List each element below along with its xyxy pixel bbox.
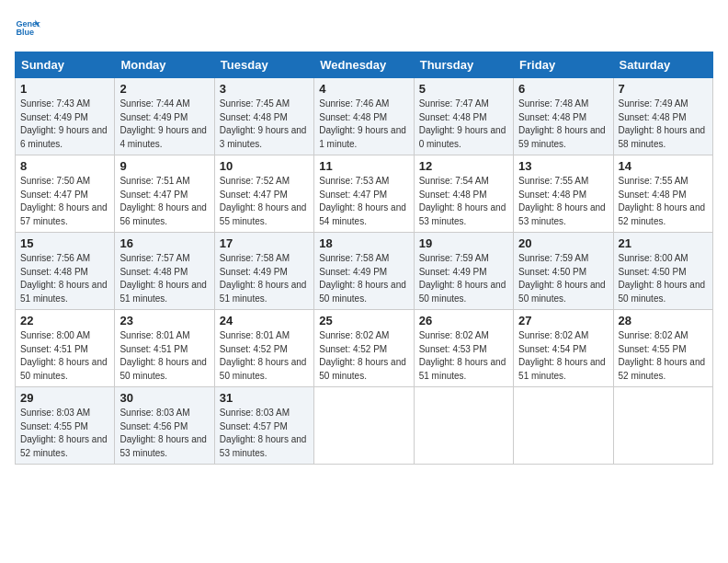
header-sunday: Sunday — [16, 52, 115, 78]
header-tuesday: Tuesday — [214, 52, 313, 78]
day-info: Sunrise: 8:02 AMSunset: 4:53 PMDaylight:… — [419, 330, 506, 381]
day-info: Sunrise: 7:45 AMSunset: 4:48 PMDaylight:… — [220, 98, 307, 149]
calendar-cell: 19 Sunrise: 7:59 AMSunset: 4:49 PMDaylig… — [414, 233, 513, 310]
day-number: 26 — [419, 314, 508, 327]
day-info: Sunrise: 7:58 AMSunset: 4:49 PMDaylight:… — [220, 253, 307, 304]
day-number: 8 — [20, 159, 109, 173]
day-info: Sunrise: 8:02 AMSunset: 4:55 PMDaylight:… — [619, 330, 706, 381]
day-info: Sunrise: 7:44 AMSunset: 4:49 PMDaylight:… — [119, 98, 207, 149]
header-monday: Monday — [115, 52, 214, 78]
day-info: Sunrise: 7:57 AMSunset: 4:48 PMDaylight:… — [119, 253, 207, 304]
calendar-header-row: SundayMondayTuesdayWednesdayThursdayFrid… — [16, 52, 713, 78]
day-number: 14 — [619, 159, 708, 173]
calendar-cell: 5 Sunrise: 7:47 AMSunset: 4:48 PMDayligh… — [414, 78, 513, 155]
calendar-cell — [514, 387, 613, 465]
day-info: Sunrise: 7:53 AMSunset: 4:47 PMDaylight:… — [319, 176, 406, 226]
header-friday: Friday — [514, 52, 613, 78]
day-info: Sunrise: 8:03 AMSunset: 4:55 PMDaylight:… — [20, 408, 108, 458]
calendar-cell: 25 Sunrise: 8:02 AMSunset: 4:52 PMDaylig… — [314, 310, 414, 387]
day-number: 27 — [518, 314, 608, 327]
calendar-cell: 11 Sunrise: 7:53 AMSunset: 4:47 PMDaylig… — [314, 155, 414, 233]
day-info: Sunrise: 7:43 AMSunset: 4:49 PMDaylight:… — [20, 98, 108, 149]
day-number: 11 — [319, 159, 408, 173]
day-number: 4 — [319, 82, 408, 96]
calendar-cell: 30 Sunrise: 8:03 AMSunset: 4:56 PMDaylig… — [115, 387, 214, 465]
day-info: Sunrise: 7:49 AMSunset: 4:48 PMDaylight:… — [619, 98, 706, 149]
calendar-cell: 23 Sunrise: 8:01 AMSunset: 4:51 PMDaylig… — [115, 310, 214, 387]
day-number: 20 — [518, 236, 608, 250]
header-thursday: Thursday — [414, 52, 513, 78]
calendar-cell: 3 Sunrise: 7:45 AMSunset: 4:48 PMDayligh… — [214, 78, 313, 155]
day-number: 28 — [619, 314, 708, 327]
day-number: 22 — [20, 314, 109, 327]
calendar-cell: 6 Sunrise: 7:48 AMSunset: 4:48 PMDayligh… — [514, 78, 613, 155]
calendar-cell: 22 Sunrise: 8:00 AMSunset: 4:51 PMDaylig… — [16, 310, 115, 387]
calendar-week-row: 29 Sunrise: 8:03 AMSunset: 4:55 PMDaylig… — [16, 387, 713, 465]
day-info: Sunrise: 8:01 AMSunset: 4:52 PMDaylight:… — [220, 330, 307, 381]
day-info: Sunrise: 7:54 AMSunset: 4:48 PMDaylight:… — [419, 176, 506, 226]
day-number: 5 — [419, 82, 508, 96]
calendar-cell: 12 Sunrise: 7:54 AMSunset: 4:48 PMDaylig… — [414, 155, 513, 233]
day-info: Sunrise: 7:55 AMSunset: 4:48 PMDaylight:… — [619, 176, 706, 226]
calendar-cell: 29 Sunrise: 8:03 AMSunset: 4:55 PMDaylig… — [16, 387, 115, 465]
day-number: 12 — [419, 159, 508, 173]
calendar-cell: 26 Sunrise: 8:02 AMSunset: 4:53 PMDaylig… — [414, 310, 513, 387]
calendar-cell: 21 Sunrise: 8:00 AMSunset: 4:50 PMDaylig… — [613, 233, 712, 310]
day-number: 2 — [119, 82, 209, 96]
calendar-cell: 20 Sunrise: 7:59 AMSunset: 4:50 PMDaylig… — [514, 233, 613, 310]
calendar-cell: 9 Sunrise: 7:51 AMSunset: 4:47 PMDayligh… — [115, 155, 214, 233]
calendar-week-row: 22 Sunrise: 8:00 AMSunset: 4:51 PMDaylig… — [16, 310, 713, 387]
calendar-cell: 8 Sunrise: 7:50 AMSunset: 4:47 PMDayligh… — [16, 155, 115, 233]
calendar-week-row: 1 Sunrise: 7:43 AMSunset: 4:49 PMDayligh… — [16, 78, 713, 155]
calendar-cell: 2 Sunrise: 7:44 AMSunset: 4:49 PMDayligh… — [115, 78, 214, 155]
header-saturday: Saturday — [613, 52, 712, 78]
calendar-week-row: 15 Sunrise: 7:56 AMSunset: 4:48 PMDaylig… — [16, 233, 713, 310]
calendar-cell — [314, 387, 414, 465]
day-number: 24 — [220, 314, 309, 327]
day-number: 13 — [518, 159, 608, 173]
day-number: 31 — [220, 391, 309, 405]
calendar-cell: 24 Sunrise: 8:01 AMSunset: 4:52 PMDaylig… — [214, 310, 313, 387]
header-wednesday: Wednesday — [314, 52, 414, 78]
day-info: Sunrise: 7:58 AMSunset: 4:49 PMDaylight:… — [319, 253, 406, 304]
day-number: 16 — [119, 236, 209, 250]
calendar-cell: 31 Sunrise: 8:03 AMSunset: 4:57 PMDaylig… — [214, 387, 313, 465]
day-number: 18 — [319, 236, 408, 250]
logo: General Blue — [15, 15, 44, 40]
day-info: Sunrise: 8:01 AMSunset: 4:51 PMDaylight:… — [119, 330, 207, 381]
day-number: 17 — [220, 236, 309, 250]
calendar-cell: 17 Sunrise: 7:58 AMSunset: 4:49 PMDaylig… — [214, 233, 313, 310]
day-number: 25 — [319, 314, 408, 327]
day-info: Sunrise: 8:03 AMSunset: 4:56 PMDaylight:… — [119, 408, 207, 458]
day-info: Sunrise: 8:03 AMSunset: 4:57 PMDaylight:… — [220, 408, 307, 458]
day-info: Sunrise: 7:46 AMSunset: 4:48 PMDaylight:… — [319, 98, 406, 149]
day-info: Sunrise: 8:02 AMSunset: 4:52 PMDaylight:… — [319, 330, 406, 381]
day-number: 30 — [119, 391, 209, 405]
calendar-cell: 10 Sunrise: 7:52 AMSunset: 4:47 PMDaylig… — [214, 155, 313, 233]
svg-text:Blue: Blue — [16, 28, 34, 37]
day-number: 9 — [119, 159, 209, 173]
calendar-cell: 14 Sunrise: 7:55 AMSunset: 4:48 PMDaylig… — [613, 155, 712, 233]
day-info: Sunrise: 7:55 AMSunset: 4:48 PMDaylight:… — [518, 176, 606, 226]
day-number: 15 — [20, 236, 109, 250]
day-number: 7 — [619, 82, 708, 96]
calendar-cell — [613, 387, 712, 465]
calendar-cell — [414, 387, 513, 465]
day-info: Sunrise: 8:02 AMSunset: 4:54 PMDaylight:… — [518, 330, 606, 381]
day-info: Sunrise: 8:00 AMSunset: 4:50 PMDaylight:… — [619, 253, 706, 304]
day-number: 29 — [20, 391, 109, 405]
day-number: 19 — [419, 236, 508, 250]
calendar-cell: 7 Sunrise: 7:49 AMSunset: 4:48 PMDayligh… — [613, 78, 712, 155]
day-info: Sunrise: 7:47 AMSunset: 4:48 PMDaylight:… — [419, 98, 506, 149]
calendar-week-row: 8 Sunrise: 7:50 AMSunset: 4:47 PMDayligh… — [16, 155, 713, 233]
day-info: Sunrise: 7:59 AMSunset: 4:50 PMDaylight:… — [518, 253, 606, 304]
calendar-cell: 4 Sunrise: 7:46 AMSunset: 4:48 PMDayligh… — [314, 78, 414, 155]
day-info: Sunrise: 7:59 AMSunset: 4:49 PMDaylight:… — [419, 253, 506, 304]
day-info: Sunrise: 7:52 AMSunset: 4:47 PMDaylight:… — [220, 176, 307, 226]
calendar-cell: 27 Sunrise: 8:02 AMSunset: 4:54 PMDaylig… — [514, 310, 613, 387]
calendar-cell: 28 Sunrise: 8:02 AMSunset: 4:55 PMDaylig… — [613, 310, 712, 387]
calendar-cell: 1 Sunrise: 7:43 AMSunset: 4:49 PMDayligh… — [16, 78, 115, 155]
calendar-cell: 13 Sunrise: 7:55 AMSunset: 4:48 PMDaylig… — [514, 155, 613, 233]
day-number: 10 — [220, 159, 309, 173]
day-number: 3 — [220, 82, 309, 96]
